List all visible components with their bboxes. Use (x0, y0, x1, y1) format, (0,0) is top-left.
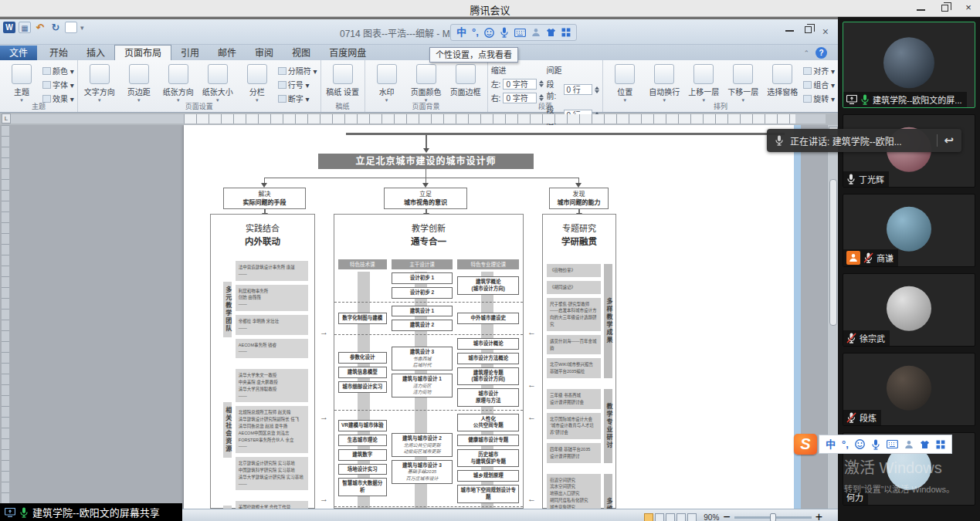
collapse-ribbon-icon[interactable]: ⌃ (803, 49, 809, 57)
voice-icon[interactable] (500, 27, 509, 38)
zoom-slider[interactable] (734, 516, 812, 519)
ribbon-button-文字方向[interactable]: 文字方向▾ (81, 63, 118, 103)
ime-mode-chinese[interactable]: 中 (826, 437, 836, 452)
redo-button[interactable]: ↻ (49, 22, 62, 33)
button-label: 稿纸 设置 (324, 86, 361, 97)
participant-tile[interactable]: 建筑学院--欧阳文的屏... (843, 22, 975, 108)
participant-tile[interactable]: 徐宗武 (843, 273, 975, 347)
ribbon-button-稿纸 设置[interactable]: 稿纸 设置 (324, 63, 361, 97)
diagram-item-box: 帝都绘 李明扬 宋壮壮 —— (236, 315, 308, 335)
account-icon[interactable] (531, 28, 541, 37)
reply-arrow-icon[interactable]: ↩ (944, 134, 954, 147)
ribbon-button-对齐[interactable]: 对齐 ▾ (803, 65, 835, 76)
word-restore-button[interactable] (805, 26, 812, 33)
tab-视图[interactable]: 视图 (283, 46, 320, 61)
ime-floating-toolbar[interactable]: S 中°, (794, 434, 952, 455)
ribbon-button-上移一层[interactable]: 上移一层▾ (685, 63, 722, 103)
ribbon-button-页边距[interactable]: 页边距▾ (120, 63, 158, 103)
ribbon-button-主题[interactable]: 主题▾ (3, 63, 40, 103)
ribbon-button-纸张方向[interactable]: 纸张方向▾ (160, 63, 197, 103)
spinner-value[interactable]: 0 字符 (503, 79, 537, 90)
ribbon-button-行号[interactable]: 行号 ▾ (278, 79, 317, 90)
participant-tile[interactable]: 商谦 (843, 194, 975, 267)
speaking-indicator-banner[interactable]: 正在讲话: 建筑学院--欧阳... ↩ (767, 129, 961, 152)
ribbon-button-颜色[interactable]: 颜色 ▾ (42, 65, 74, 76)
participant-name: 建筑学院--欧阳文的屏... (873, 93, 962, 106)
horizontal-ruler[interactable] (11, 114, 826, 123)
ime-punctuation[interactable]: °, (472, 25, 479, 40)
ribbon-button-自动换行[interactable]: 自动换行▾ (646, 63, 683, 103)
tab-引用[interactable]: 引用 (171, 46, 209, 61)
word-titlebar: W ▦ ↶ ↻ ▾ 0714 图表--平浩---细解 - Microsoft W… (0, 19, 838, 45)
document-page[interactable]: 立足北京城市建设的城市设计师 解决实际问题的手段 立足城市视角的意识 发现城市问… (184, 125, 795, 509)
ribbon-button-位置[interactable]: 位置▾ (606, 63, 643, 103)
skin-icon[interactable] (920, 440, 930, 449)
undo-button[interactable]: ↶ (34, 22, 46, 33)
tab-百度网盘[interactable]: 百度网盘 (320, 46, 375, 61)
ribbon-button-分栏[interactable]: 分栏▾ (239, 63, 276, 103)
word-logo-icon[interactable]: W (3, 22, 15, 33)
ribbon-button-页面边框[interactable]: 页面边框 (447, 63, 484, 97)
participant-tile[interactable]: 段炼 (843, 353, 975, 426)
meeting-restore-button[interactable] (933, 0, 956, 17)
spinner-value[interactable]: 0 行 (564, 84, 593, 95)
spinner-stepper[interactable] (539, 94, 544, 101)
view-button-web-layout[interactable] (666, 513, 675, 521)
zoom-slider-thumb[interactable] (770, 513, 776, 521)
keyboard-icon[interactable] (514, 29, 526, 37)
view-button-full-screen-reading[interactable] (655, 513, 664, 521)
ime-punctuation[interactable]: °, (842, 437, 849, 452)
button-icon (247, 64, 267, 84)
ribbon-button-字体[interactable]: 字体 ▾ (42, 79, 74, 90)
tab-插入[interactable]: 插入 (77, 46, 114, 61)
ribbon-button-水印[interactable]: 水印▾ (368, 63, 405, 103)
spinner-stepper[interactable] (539, 80, 544, 87)
keyboard-icon[interactable] (887, 440, 898, 448)
toolbox-icon[interactable] (936, 440, 945, 449)
emoji-icon[interactable] (855, 439, 865, 449)
view-button-outline[interactable] (677, 513, 686, 521)
tab-页面布局[interactable]: 页面布局 (114, 45, 171, 60)
tab-开始[interactable]: 开始 (40, 46, 77, 61)
ribbon-button-选择窗格[interactable]: 选择窗格 (764, 63, 801, 97)
view-button-print-layout[interactable] (644, 513, 653, 521)
word-minimize-button[interactable] (785, 25, 794, 32)
vertical-ruler[interactable] (2, 125, 9, 509)
zoom-out-button[interactable]: − (723, 510, 730, 521)
scrollbar-thumb[interactable] (829, 179, 837, 326)
zoom-in-button[interactable]: + (816, 510, 822, 521)
tab-邮件[interactable]: 邮件 (209, 46, 246, 61)
diagram-group: 三年级 书香西城 设计课评图研讨会北京国际城市设计大会“城市设计教育与人才培养”… (543, 389, 615, 463)
view-button-draft[interactable] (687, 513, 697, 521)
document-canvas[interactable]: 立足北京城市建设的城市设计师 解决实际问题的手段 立足城市视角的意识 发现城市问… (0, 125, 838, 509)
ribbon-button-下移一层[interactable]: 下移一层▾ (724, 63, 761, 103)
ime-mode-chinese[interactable]: 中 (456, 25, 466, 40)
ribbon-button-纸张大小[interactable]: 纸张大小▾ (199, 63, 236, 103)
button-icon (772, 64, 792, 84)
emoji-icon[interactable] (484, 28, 494, 38)
toolbox-icon[interactable] (561, 28, 571, 37)
word-close-button[interactable]: × (822, 25, 829, 38)
ime-dock-toolbar[interactable]: 中°, (450, 24, 577, 41)
diagram-item-box: 北京国际城市设计大会“城市设计教育与人才培养”研讨会 (547, 413, 601, 439)
save-button[interactable]: ▦ (19, 22, 31, 33)
tab-审阅[interactable]: 审阅 (246, 46, 283, 61)
tab-文件[interactable]: 文件 (0, 46, 37, 61)
account-icon[interactable] (904, 440, 914, 449)
qat-customize-chevron[interactable]: ▾ (80, 24, 84, 32)
ribbon-button-组合[interactable]: 组合 ▾ (803, 79, 835, 90)
ribbon-button-分隔符[interactable]: 分隔符 ▾ (278, 65, 317, 76)
skin-icon[interactable] (546, 28, 556, 37)
ribbon-button-页面颜色[interactable]: 页面颜色▾ (408, 63, 445, 103)
voice-icon[interactable] (871, 439, 880, 450)
zoom-level[interactable]: 90% (704, 513, 719, 521)
meeting-close-button[interactable]: × (957, 0, 980, 17)
meeting-minimize-button[interactable] (909, 0, 932, 17)
new-document-button[interactable] (65, 22, 77, 33)
spinner-row: 左:0 字符 (491, 78, 544, 90)
help-icon[interactable]: ? (816, 47, 827, 59)
spinner-stepper[interactable] (595, 86, 599, 93)
tab-selector[interactable]: L (2, 113, 11, 123)
sogou-logo-icon[interactable]: S (794, 434, 817, 455)
screen-share-banner[interactable]: 建筑学院--欧阳文的屏幕共享 (0, 503, 182, 521)
